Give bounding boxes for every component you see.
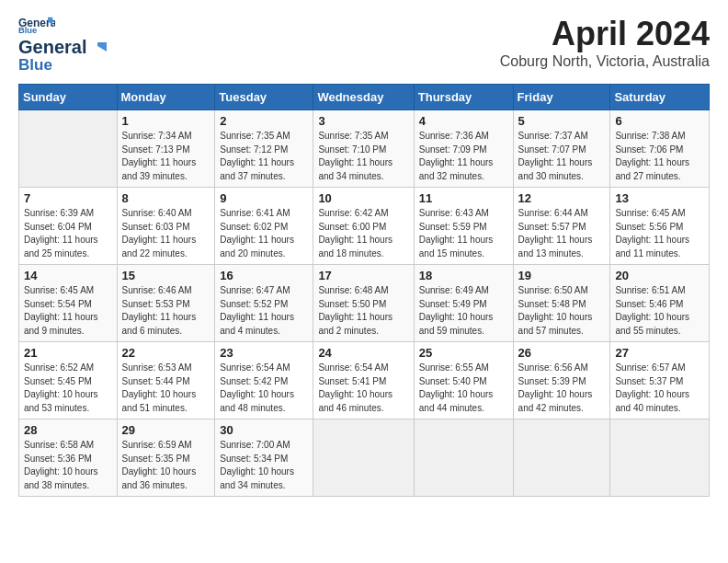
day-info: Sunrise: 6:46 AMSunset: 5:53 PMDaylight:…	[122, 284, 210, 338]
calendar-cell: 11Sunrise: 6:43 AMSunset: 5:59 PMDayligh…	[414, 188, 513, 265]
calendar-cell: 23Sunrise: 6:54 AMSunset: 5:42 PMDayligh…	[215, 342, 313, 419]
logo-blue: Blue	[18, 56, 52, 75]
day-number: 9	[220, 191, 308, 205]
day-info: Sunrise: 6:56 AMSunset: 5:39 PMDaylight:…	[518, 362, 606, 415]
calendar-cell: 30Sunrise: 7:00 AMSunset: 5:34 PMDayligh…	[215, 419, 313, 497]
calendar-week-4: 21Sunrise: 6:52 AMSunset: 5:45 PMDayligh…	[19, 342, 710, 419]
logo-bird-icon	[88, 39, 108, 57]
day-number: 28	[24, 423, 112, 437]
page: General Blue General Blue April 2024 Cob…	[0, 0, 728, 511]
day-info: Sunrise: 6:59 AMSunset: 5:35 PMDaylight:…	[122, 439, 210, 492]
calendar-cell: 18Sunrise: 6:49 AMSunset: 5:49 PMDayligh…	[414, 265, 513, 342]
calendar-cell	[19, 110, 118, 188]
calendar-cell: 16Sunrise: 6:47 AMSunset: 5:52 PMDayligh…	[215, 265, 313, 342]
calendar-cell: 12Sunrise: 6:44 AMSunset: 5:57 PMDayligh…	[513, 188, 610, 265]
day-info: Sunrise: 7:36 AMSunset: 7:09 PMDaylight:…	[419, 130, 508, 183]
day-info: Sunrise: 6:53 AMSunset: 5:44 PMDaylight:…	[122, 362, 210, 415]
svg-marker-3	[97, 42, 107, 52]
header-wednesday: Wednesday	[313, 85, 414, 110]
calendar-cell: 6Sunrise: 7:38 AMSunset: 7:06 PMDaylight…	[610, 110, 710, 188]
day-info: Sunrise: 6:57 AMSunset: 5:37 PMDaylight:…	[615, 362, 704, 415]
calendar-week-2: 7Sunrise: 6:39 AMSunset: 6:04 PMDaylight…	[19, 188, 710, 265]
day-number: 11	[419, 191, 508, 205]
calendar-cell: 5Sunrise: 7:37 AMSunset: 7:07 PMDaylight…	[513, 110, 610, 188]
calendar-cell: 21Sunrise: 6:52 AMSunset: 5:45 PMDayligh…	[19, 342, 118, 419]
day-info: Sunrise: 6:47 AMSunset: 5:52 PMDaylight:…	[220, 284, 308, 338]
day-number: 21	[24, 346, 112, 360]
calendar-week-5: 28Sunrise: 6:58 AMSunset: 5:36 PMDayligh…	[19, 419, 710, 497]
calendar-cell	[414, 419, 513, 497]
calendar-cell: 26Sunrise: 6:56 AMSunset: 5:39 PMDayligh…	[513, 342, 610, 419]
calendar-cell: 2Sunrise: 7:35 AMSunset: 7:12 PMDaylight…	[215, 110, 313, 188]
header: General Blue General Blue April 2024 Cob…	[18, 15, 710, 75]
calendar-week-1: 1Sunrise: 7:34 AMSunset: 7:13 PMDaylight…	[19, 110, 710, 188]
day-number: 17	[318, 269, 408, 282]
calendar-cell: 22Sunrise: 6:53 AMSunset: 5:44 PMDayligh…	[117, 342, 215, 419]
day-info: Sunrise: 6:54 AMSunset: 5:41 PMDaylight:…	[318, 362, 408, 415]
calendar-cell: 7Sunrise: 6:39 AMSunset: 6:04 PMDaylight…	[19, 188, 118, 265]
day-number: 6	[615, 114, 704, 128]
day-number: 27	[615, 346, 704, 360]
calendar-cell: 15Sunrise: 6:46 AMSunset: 5:53 PMDayligh…	[117, 265, 215, 342]
day-number: 16	[220, 269, 308, 282]
day-info: Sunrise: 6:48 AMSunset: 5:50 PMDaylight:…	[318, 284, 408, 338]
day-number: 12	[518, 191, 606, 205]
day-number: 8	[122, 191, 210, 205]
day-info: Sunrise: 6:45 AMSunset: 5:56 PMDaylight:…	[615, 207, 704, 260]
calendar-cell	[610, 419, 710, 497]
calendar-cell: 24Sunrise: 6:54 AMSunset: 5:41 PMDayligh…	[313, 342, 414, 419]
day-number: 24	[318, 346, 408, 360]
calendar-cell: 1Sunrise: 7:34 AMSunset: 7:13 PMDaylight…	[117, 110, 215, 188]
day-number: 13	[615, 191, 704, 205]
calendar-cell	[313, 419, 414, 497]
day-number: 18	[419, 269, 508, 282]
day-number: 20	[615, 269, 704, 282]
day-info: Sunrise: 7:34 AMSunset: 7:13 PMDaylight:…	[122, 130, 210, 183]
day-number: 14	[24, 269, 112, 282]
day-info: Sunrise: 6:52 AMSunset: 5:45 PMDaylight:…	[24, 362, 112, 415]
day-info: Sunrise: 6:39 AMSunset: 6:04 PMDaylight:…	[24, 207, 112, 260]
day-number: 25	[419, 346, 508, 360]
day-number: 30	[220, 423, 308, 437]
day-number: 19	[518, 269, 606, 282]
calendar-cell: 3Sunrise: 7:35 AMSunset: 7:10 PMDaylight…	[313, 110, 414, 188]
day-number: 29	[122, 423, 210, 437]
calendar-cell: 8Sunrise: 6:40 AMSunset: 6:03 PMDaylight…	[117, 188, 215, 265]
calendar-cell: 4Sunrise: 7:36 AMSunset: 7:09 PMDaylight…	[414, 110, 513, 188]
calendar-cell: 29Sunrise: 6:59 AMSunset: 5:35 PMDayligh…	[117, 419, 215, 497]
calendar-cell: 13Sunrise: 6:45 AMSunset: 5:56 PMDayligh…	[610, 188, 710, 265]
day-info: Sunrise: 6:42 AMSunset: 6:00 PMDaylight:…	[318, 207, 408, 260]
calendar-cell	[513, 419, 610, 497]
day-info: Sunrise: 7:35 AMSunset: 7:12 PMDaylight:…	[220, 130, 308, 183]
day-info: Sunrise: 6:51 AMSunset: 5:46 PMDaylight:…	[615, 284, 704, 338]
svg-text:Blue: Blue	[18, 26, 37, 33]
title-block: April 2024 Coburg North, Victoria, Austr…	[500, 15, 710, 70]
header-thursday: Thursday	[414, 85, 513, 110]
day-info: Sunrise: 6:44 AMSunset: 5:57 PMDaylight:…	[518, 207, 606, 260]
calendar-cell: 28Sunrise: 6:58 AMSunset: 5:36 PMDayligh…	[19, 419, 118, 497]
header-sunday: Sunday	[19, 85, 118, 110]
calendar-cell: 9Sunrise: 6:41 AMSunset: 6:02 PMDaylight…	[215, 188, 313, 265]
calendar-subtitle: Coburg North, Victoria, Australia	[500, 53, 710, 70]
header-saturday: Saturday	[610, 85, 710, 110]
day-info: Sunrise: 7:38 AMSunset: 7:06 PMDaylight:…	[615, 130, 704, 183]
logo-icon: General Blue	[18, 15, 55, 33]
calendar-week-3: 14Sunrise: 6:45 AMSunset: 5:54 PMDayligh…	[19, 265, 710, 342]
calendar-cell: 27Sunrise: 6:57 AMSunset: 5:37 PMDayligh…	[610, 342, 710, 419]
day-info: Sunrise: 6:43 AMSunset: 5:59 PMDaylight:…	[419, 207, 508, 260]
weekday-header-row: Sunday Monday Tuesday Wednesday Thursday…	[19, 85, 710, 110]
day-info: Sunrise: 7:00 AMSunset: 5:34 PMDaylight:…	[220, 439, 308, 492]
calendar-cell: 17Sunrise: 6:48 AMSunset: 5:50 PMDayligh…	[313, 265, 414, 342]
logo-general: General	[18, 37, 86, 58]
calendar-cell: 25Sunrise: 6:55 AMSunset: 5:40 PMDayligh…	[414, 342, 513, 419]
calendar-table: Sunday Monday Tuesday Wednesday Thursday…	[18, 84, 710, 497]
day-number: 1	[122, 114, 210, 128]
calendar-cell: 20Sunrise: 6:51 AMSunset: 5:46 PMDayligh…	[610, 265, 710, 342]
day-number: 4	[419, 114, 508, 128]
calendar-cell: 14Sunrise: 6:45 AMSunset: 5:54 PMDayligh…	[19, 265, 118, 342]
header-monday: Monday	[117, 85, 215, 110]
day-number: 23	[220, 346, 308, 360]
day-number: 15	[122, 269, 210, 282]
day-info: Sunrise: 6:45 AMSunset: 5:54 PMDaylight:…	[24, 284, 112, 338]
day-info: Sunrise: 6:50 AMSunset: 5:48 PMDaylight:…	[518, 284, 606, 338]
